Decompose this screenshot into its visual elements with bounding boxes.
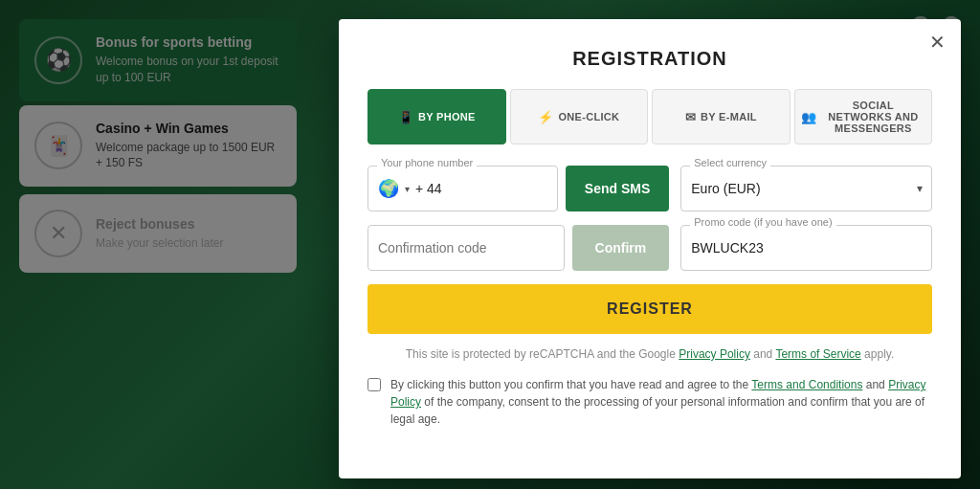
currency-label: Select currency <box>690 157 770 168</box>
phone-currency-row: Your phone number 🌍 ▾ + 44 Send SMS Sele… <box>368 166 932 211</box>
phone-input-wrapper[interactable]: 🌍 ▾ + 44 <box>368 166 558 211</box>
terms-text: By clicking this button you confirm that… <box>390 376 932 428</box>
oneclick-tab-icon: ⚡ <box>538 110 553 124</box>
phone-tab-icon: 📱 <box>398 110 413 124</box>
flag-icon: 🌍 <box>378 178 399 199</box>
tab-oneclick[interactable]: ⚡ ONE-CLICK <box>510 89 649 144</box>
social-tab-icon: 👥 <box>801 110 816 124</box>
confirm-button[interactable]: Confirm <box>572 225 670 271</box>
currency-select[interactable]: Euro (EUR) USD (USD) GBP (GBP) <box>680 166 932 211</box>
modal-overlay: ✕ REGISTRATION 📱 BY PHONE ⚡ ONE-CLICK ✉ … <box>0 0 980 489</box>
oneclick-tab-label: ONE-CLICK <box>559 111 620 122</box>
registration-modal: ✕ REGISTRATION 📱 BY PHONE ⚡ ONE-CLICK ✉ … <box>339 19 961 478</box>
terms-checkbox[interactable] <box>368 378 381 391</box>
close-button[interactable]: ✕ <box>929 33 946 52</box>
phone-tab-label: BY PHONE <box>418 111 476 122</box>
modal-title: REGISTRATION <box>368 48 932 70</box>
tab-email[interactable]: ✉ BY E-MAIL <box>652 89 791 144</box>
flag-chevron-icon: ▾ <box>405 184 410 194</box>
confirmation-input[interactable] <box>368 225 565 271</box>
confirmation-promo-row: Confirm Promo code (if you have one) <box>368 225 932 271</box>
terms-checkbox-row: By clicking this button you confirm that… <box>368 376 932 428</box>
promo-input[interactable] <box>680 225 932 271</box>
phone-label: Your phone number <box>377 157 477 168</box>
recaptcha-text: This site is protected by reCAPTCHA and … <box>368 347 932 361</box>
email-tab-icon: ✉ <box>685 110 696 124</box>
terms-conditions-link[interactable]: Terms and Conditions <box>751 378 862 391</box>
tab-phone[interactable]: 📱 BY PHONE <box>368 89 506 144</box>
phone-prefix: + 44 <box>415 181 547 196</box>
privacy-policy-link[interactable]: Privacy Policy <box>679 347 750 361</box>
promo-label: Promo code (if you have one) <box>690 216 835 228</box>
register-button[interactable]: REGISTER <box>368 284 932 334</box>
send-sms-button[interactable]: Send SMS <box>566 166 669 211</box>
terms-of-service-link[interactable]: Terms of Service <box>775 347 860 361</box>
registration-tabs: 📱 BY PHONE ⚡ ONE-CLICK ✉ BY E-MAIL 👥 SOC… <box>368 89 932 144</box>
tab-social[interactable]: 👥 SOCIAL NETWORKS AND MESSENGERS <box>794 89 933 144</box>
email-tab-label: BY E-MAIL <box>701 111 757 122</box>
social-tab-label: SOCIAL NETWORKS AND MESSENGERS <box>821 100 925 134</box>
